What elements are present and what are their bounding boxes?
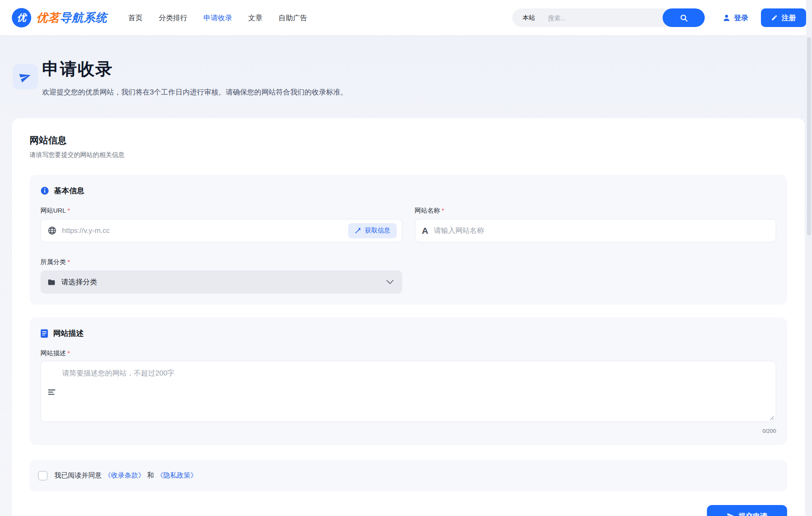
user-icon bbox=[723, 14, 731, 22]
page-subtitle: 欢迎提交您的优质网站，我们将在3个工作日内进行审核。请确保您的网站符合我们的收录… bbox=[42, 87, 347, 97]
scrollbar-thumb[interactable] bbox=[807, 37, 811, 235]
agreement-conjunction: 和 bbox=[147, 471, 154, 480]
pencil-icon bbox=[771, 14, 778, 21]
category-select[interactable]: 请选择分类 bbox=[41, 270, 402, 294]
category-label: 所属分类 bbox=[41, 258, 66, 265]
char-counter: 0/200 bbox=[41, 428, 776, 434]
required-asterisk: * bbox=[442, 207, 444, 214]
brand-part-2: 导航系统 bbox=[60, 11, 107, 24]
globe-icon bbox=[48, 226, 57, 235]
category-label-row: 所属分类* bbox=[41, 258, 402, 266]
url-input-box: 获取信息 bbox=[41, 219, 402, 242]
url-input[interactable] bbox=[62, 227, 395, 235]
name-label-row: 网站名称* bbox=[415, 207, 777, 215]
nav-item-category-ranking[interactable]: 分类排行 bbox=[159, 13, 187, 23]
required-asterisk: * bbox=[68, 258, 70, 265]
search-input[interactable] bbox=[548, 14, 663, 22]
description-textarea-wrap bbox=[41, 361, 776, 424]
nav-item-self-ads[interactable]: 自助广告 bbox=[279, 13, 307, 23]
agreement-prefix: 我已阅读并同意 bbox=[54, 471, 102, 480]
register-button[interactable]: 注册 bbox=[761, 8, 806, 27]
agreement-panel: 我已阅读并同意 《收录条款》 和 《隐私政策》 bbox=[30, 460, 787, 492]
description-title: 网站描述 bbox=[53, 328, 84, 338]
login-button[interactable]: 登录 bbox=[723, 13, 748, 23]
basic-info-title: 基本信息 bbox=[54, 186, 84, 196]
section-subtitle: 请填写您要提交的网站的相关信息 bbox=[30, 151, 787, 159]
register-label: 注册 bbox=[782, 13, 796, 23]
paper-plane-icon bbox=[727, 512, 734, 516]
description-label-row: 网站描述* bbox=[41, 349, 776, 357]
document-icon bbox=[41, 329, 48, 338]
terms-link[interactable]: 《收录条款》 bbox=[104, 471, 145, 480]
required-asterisk: * bbox=[68, 349, 70, 357]
name-label: 网站名称 bbox=[415, 207, 440, 214]
scrollbar-track[interactable] bbox=[806, 0, 812, 516]
main-nav: 首页 分类排行 申请收录 文章 自助广告 bbox=[128, 13, 307, 23]
search-button[interactable] bbox=[663, 8, 705, 27]
brand-title[interactable]: 优茗导航系统 bbox=[36, 10, 107, 25]
logo-badge-glyph: 优 bbox=[17, 11, 26, 24]
search-scope-select[interactable]: 本站 bbox=[522, 14, 535, 22]
description-header: 网站描述 bbox=[41, 328, 776, 338]
hero-text: 申请收录 欢迎提交您的优质网站，我们将在3个工作日内进行审核。请确保您的网站符合… bbox=[42, 57, 347, 97]
submit-button[interactable]: 提交申请 bbox=[707, 505, 787, 516]
form-card: 网站信息 请填写您要提交的网站的相关信息 基本信息 网站URL* bbox=[12, 118, 805, 516]
site-name-input[interactable] bbox=[434, 227, 769, 235]
hero-icon-tile bbox=[13, 64, 38, 89]
submit-row: 提交申请 bbox=[30, 505, 787, 516]
agreement-text: 我已阅读并同意 《收录条款》 和 《隐私政策》 bbox=[54, 471, 200, 480]
search-bar: 本站 bbox=[512, 8, 705, 27]
fetch-info-button[interactable]: 获取信息 bbox=[348, 223, 397, 238]
field-website-name: 网站名称* A bbox=[415, 207, 777, 242]
field-website-url: 网站URL* bbox=[41, 207, 402, 242]
info-icon bbox=[41, 186, 49, 195]
fetch-info-label: 获取信息 bbox=[365, 227, 390, 235]
letter-a-icon: A bbox=[422, 226, 428, 236]
login-label: 登录 bbox=[734, 13, 748, 23]
field-category: 所属分类* 请选择分类 bbox=[41, 258, 402, 294]
section-title: 网站信息 bbox=[30, 134, 787, 147]
url-label-row: 网站URL* bbox=[41, 207, 402, 215]
description-textarea[interactable] bbox=[41, 361, 776, 422]
resize-handle-icon[interactable] bbox=[769, 415, 774, 420]
required-asterisk: * bbox=[68, 207, 70, 214]
category-selected-value: 请选择分类 bbox=[61, 277, 97, 287]
submit-label: 提交申请 bbox=[739, 511, 767, 516]
basic-info-panel: 基本信息 网站URL* bbox=[30, 175, 787, 305]
name-input-box: A bbox=[415, 219, 777, 242]
description-label: 网站描述 bbox=[41, 349, 66, 357]
folder-icon bbox=[47, 278, 56, 286]
agreement-checkbox[interactable] bbox=[38, 471, 48, 481]
basic-info-header: 基本信息 bbox=[41, 186, 776, 196]
search-icon bbox=[679, 14, 688, 22]
wand-icon bbox=[355, 227, 362, 234]
top-navbar: 优 优茗导航系统 首页 分类排行 申请收录 文章 自助广告 本站 登录 bbox=[0, 0, 812, 35]
page-hero: 申请收录 欢迎提交您的优质网站，我们将在3个工作日内进行审核。请确保您的网站符合… bbox=[0, 35, 812, 118]
privacy-link[interactable]: 《隐私政策》 bbox=[157, 471, 197, 480]
description-panel: 网站描述 网站描述* 0/200 bbox=[30, 317, 787, 445]
url-label: 网站URL bbox=[41, 207, 66, 214]
brand-part-1: 优茗 bbox=[36, 11, 60, 24]
paper-plane-icon bbox=[19, 71, 31, 83]
page-title: 申请收录 bbox=[42, 57, 347, 81]
chevron-down-icon bbox=[386, 280, 394, 284]
align-lines-icon bbox=[48, 389, 56, 395]
nav-item-home[interactable]: 首页 bbox=[128, 13, 143, 23]
nav-item-articles[interactable]: 文章 bbox=[248, 13, 263, 23]
logo-badge-icon[interactable]: 优 bbox=[12, 8, 31, 27]
nav-item-apply-inclusion[interactable]: 申请收录 bbox=[203, 13, 232, 23]
